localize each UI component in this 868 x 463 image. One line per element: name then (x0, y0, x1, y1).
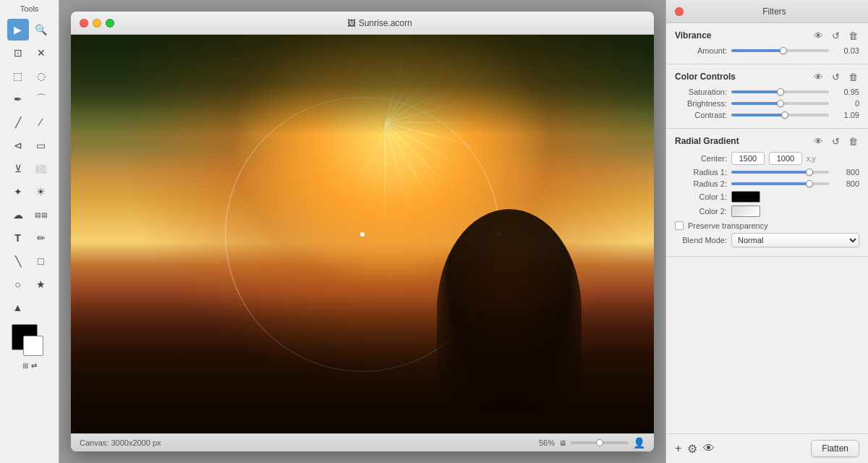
background-color-swatch[interactable] (23, 336, 43, 356)
blend-mode-select[interactable]: Normal Multiply Screen Overlay Darken Li… (731, 233, 859, 247)
vibrance-reset-icon[interactable]: ↺ (829, 29, 842, 42)
canvas-content[interactable] (71, 35, 654, 433)
vibrance-visibility-icon[interactable]: 👁 (812, 29, 825, 42)
color2-swatch[interactable] (731, 205, 760, 217)
arrow-tool[interactable]: ▲ (7, 297, 29, 318)
contrast-value: 1.09 (833, 111, 859, 119)
adjustments-tool[interactable]: ▤▤ (30, 204, 52, 226)
cloud-tool[interactable]: ☁ (7, 204, 29, 226)
brightness-fill (731, 102, 780, 105)
brightness-row: Brightness: 0 (675, 99, 859, 108)
oval-shape-tool[interactable]: ○ (7, 273, 29, 295)
swap-colors-icon[interactable]: ⇄ (31, 362, 37, 370)
window-maximize-button[interactable] (106, 19, 114, 27)
line-tool[interactable]: ∕ (30, 111, 52, 133)
zoom-control: 56% 🖥 👤 (539, 437, 645, 449)
saturation-row: Saturation: 0.95 (675, 88, 859, 96)
saturation-thumb[interactable] (777, 88, 784, 95)
rect-shape-tool[interactable]: □ (30, 250, 52, 272)
radius2-fill (731, 182, 809, 185)
circle-center (360, 232, 365, 237)
center-y-input[interactable] (769, 152, 802, 165)
eyedropper-tool[interactable]: ⊻ (7, 158, 29, 179)
vibrance-amount-label: Amount: (675, 46, 727, 55)
add-filter-button[interactable]: + (675, 442, 681, 455)
radius2-slider[interactable] (731, 182, 829, 185)
color-controls-reset-icon[interactable]: ↺ (829, 70, 842, 83)
contrast-thumb[interactable] (781, 111, 788, 119)
brightness-value: 0 (833, 99, 859, 108)
canvas-image (71, 35, 654, 433)
radial-gradient-delete-icon[interactable]: 🗑 (846, 135, 859, 148)
reset-colors-icon[interactable]: ⊞ (22, 362, 28, 370)
window-close-button[interactable] (80, 19, 88, 27)
filter-settings-button[interactable]: ⚙ (687, 442, 697, 456)
color-swatch-area: ⊞ ⇄ (12, 324, 48, 370)
preserve-transparency-checkbox[interactable] (675, 221, 684, 230)
eraser-tool[interactable]: ▭ (30, 135, 52, 156)
filter-visibility-button[interactable]: 👁 (703, 442, 715, 455)
select-tool[interactable]: ▶ (7, 19, 29, 41)
transform-tool[interactable]: ✕ (30, 42, 52, 64)
contrast-slider[interactable] (731, 114, 829, 116)
text-tool[interactable]: T (7, 227, 29, 249)
filters-footer: + ⚙ 👁 Flatten (666, 433, 868, 463)
rect-select[interactable]: ⬚ (7, 65, 29, 87)
vibrance-amount-thumb[interactable] (780, 47, 787, 54)
window-titlebar: 🖼 Sunrise.acorn (71, 12, 654, 35)
saturation-value: 0.95 (833, 88, 859, 96)
lasso-tool[interactable]: ⌒ (30, 88, 52, 110)
smudge-tool[interactable]: ░░ (30, 158, 52, 179)
vibrance-delete-icon[interactable]: 🗑 (846, 29, 859, 42)
radial-gradient-visibility-icon[interactable]: 👁 (812, 135, 825, 148)
radius1-thumb[interactable] (806, 169, 813, 176)
preserve-row: Preserve transparency (675, 221, 859, 230)
brightness-slider[interactable] (731, 102, 829, 105)
pen-tool[interactable]: ✒ (7, 88, 29, 110)
center-x-input[interactable] (731, 152, 765, 165)
brightness-thumb[interactable] (777, 100, 784, 107)
brightness-label: Brightness: (675, 99, 727, 108)
radius1-label: Radius 1: (675, 168, 727, 177)
ellipse-select[interactable]: ◌ (30, 65, 52, 87)
window-minimize-button[interactable] (93, 19, 101, 27)
contrast-row: Contrast: 1.09 (675, 111, 859, 119)
preserve-label: Preserve transparency (688, 221, 768, 230)
color-controls-visibility-icon[interactable]: 👁 (812, 70, 825, 83)
vibrance-amount-row: Amount: 0.03 (675, 46, 859, 55)
filters-panel-close[interactable] (675, 7, 684, 16)
zoom-slider-thumb[interactable] (596, 439, 603, 446)
bezier-tool[interactable]: ✏ (30, 227, 52, 249)
crop-tool[interactable]: ⊡ (7, 42, 29, 64)
color2-row: Color 2: (675, 205, 859, 217)
vibrance-amount-slider[interactable] (731, 49, 829, 52)
pencil-tool[interactable]: ╱ (7, 111, 29, 133)
color1-swatch[interactable] (731, 191, 760, 203)
tools-panel: Tools ▶ 🔍 ⊡ ✕ ⬚ ◌ ✒ ⌒ ╱ ∕ ⊲ ▭ ⊻ ░░ ✦ ☀ ☁… (0, 0, 59, 463)
vibrance-section: Vibrance 👁 ↺ 🗑 Amount: 0.03 (666, 23, 868, 64)
vibrance-title: Vibrance (675, 30, 711, 41)
effects-tool[interactable]: ✦ (7, 181, 29, 203)
window-controls (80, 19, 114, 27)
zoom-tool[interactable]: 🔍 (30, 19, 52, 41)
color1-label: Color 1: (675, 192, 727, 201)
flatten-button[interactable]: Flatten (811, 440, 859, 457)
line2-tool[interactable]: ╲ (7, 250, 29, 272)
radius2-thumb[interactable] (806, 180, 813, 187)
radial-gradient-section: Radial Gradient 👁 ↺ 🗑 Center: x,y Radius… (666, 129, 868, 257)
zoom-slider[interactable] (571, 441, 629, 444)
xy-label: x,y (807, 155, 816, 163)
radius1-slider[interactable] (731, 171, 829, 174)
color-controls-section: Color Controls 👁 ↺ 🗑 Saturation: 0.95 Br… (666, 64, 868, 129)
color-controls-delete-icon[interactable]: 🗑 (846, 70, 859, 83)
sun-tool[interactable]: ☀ (30, 181, 52, 203)
radius2-label: Radius 2: (675, 179, 727, 188)
star-tool[interactable]: ★ (30, 273, 52, 295)
fill-tool[interactable]: ⊲ (7, 135, 29, 156)
color-controls-icons: 👁 ↺ 🗑 (812, 70, 859, 83)
saturation-slider[interactable] (731, 90, 829, 93)
radial-gradient-reset-icon[interactable]: ↺ (829, 135, 842, 148)
canvas-window: 🖼 Sunrise.acorn (71, 12, 654, 451)
window-title: 🖼 Sunrise.acorn (114, 18, 645, 28)
tree-overlay (71, 35, 654, 135)
